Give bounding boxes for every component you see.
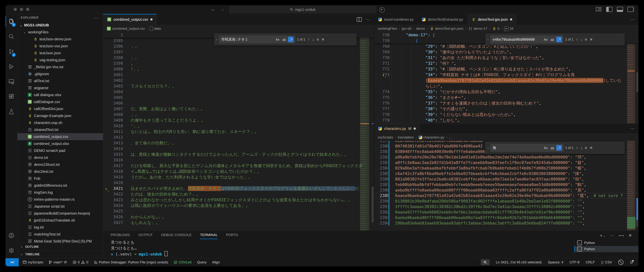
breadcrumb-item[interactable]: characters.py: [418, 135, 444, 139]
activity-bar-item-search[interactable]: [6, 29, 17, 44]
toggle-secondary-sidebar-icon[interactable]: [628, 7, 634, 12]
activity-bar-item-explorer[interactable]: 3: [6, 14, 17, 29]
file-item[interactable]: {}vag-testing.json: [18, 56, 103, 63]
find-in-selection-icon[interactable]: ≡: [317, 37, 319, 42]
file-item[interactable]: .gitignore: [18, 70, 103, 77]
tab-excel-combiner-py[interactable]: excel-combiner.py: [374, 14, 418, 25]
find-previous-icon[interactable]: ↑: [576, 37, 578, 42]
folder-workingfiles[interactable]: ⌄workingFiles: [18, 29, 103, 35]
panel-more-actions-icon[interactable]: ···: [610, 233, 614, 238]
file-item[interactable]: Rimhex-patterns-master.rs: [18, 196, 103, 203]
file-item[interactable]: combined_output.csv: [18, 133, 103, 140]
remote-indicator[interactable]: ><: [6, 258, 19, 266]
whole-word-icon[interactable]: ab: [550, 37, 555, 42]
explorer-more-actions-icon[interactable]: ···: [94, 15, 100, 20]
breadcrumb-item[interactable]: [ ]demo-17: [468, 26, 487, 31]
breadcrumb-item[interactable]: myScripts: [378, 135, 393, 139]
panel-tab-problems[interactable]: PROBLEMS: [110, 233, 130, 237]
close-find-icon[interactable]: ✕: [322, 37, 324, 42]
workspace-root-folder[interactable]: ⌄ MGS1-UNDUB: [18, 22, 103, 29]
whole-word-icon[interactable]: ab: [282, 37, 287, 42]
copilot-disabled-icon[interactable]: [618, 260, 624, 265]
close-panel-icon[interactable]: ✕: [628, 233, 632, 238]
breadcrumb-item[interactable]: combined_output.csv: [107, 26, 145, 31]
find-input[interactable]: 無 Aa ab .*: [490, 144, 564, 152]
align-indicator[interactable]: Align: [212, 260, 220, 264]
maximize-panel-icon[interactable]: ⌐¬: [619, 233, 624, 238]
editor-more-actions-icon[interactable]: ···: [630, 17, 634, 22]
activity-bar-item-remote-explorer[interactable]: [6, 74, 17, 89]
breadcrumb-item[interactable]: {}0: [492, 26, 500, 31]
file-item[interactable]: {}testJson.json: [18, 49, 103, 56]
find-expand-icon[interactable]: ›: [486, 146, 490, 150]
breadcrumb[interactable]: myScripts›translation›characters.py›...: [374, 134, 638, 141]
notifications-bell-icon[interactable]: [630, 261, 633, 264]
terminal-list-item[interactable]: >_Python: [574, 240, 638, 246]
terminal-list-item[interactable]: >_Python: [574, 246, 638, 252]
find-previous-icon[interactable]: ↑: [576, 146, 578, 150]
find-expand-icon[interactable]: ›: [214, 38, 219, 41]
file-item[interactable]: {}testJson-demo.json: [18, 35, 103, 42]
activity-bar-item-testing[interactable]: [6, 104, 17, 119]
whole-word-icon[interactable]: ab: [550, 145, 555, 151]
scrollbar[interactable]: [636, 32, 638, 123]
toggle-panel-icon[interactable]: [617, 7, 623, 12]
command-center-search[interactable]: mgs1-undub: [229, 6, 376, 13]
breadcrumb-item[interactable]: abc34: [504, 26, 514, 31]
file-item[interactable]: imgGen.log: [18, 189, 103, 196]
csv-editor[interactable]: 133953396」,33973398」,3399,3400!」,3401340…: [103, 32, 374, 230]
find-in-selection-icon[interactable]: ≡: [585, 37, 587, 42]
minimize-window-button[interactable]: [20, 8, 23, 11]
breadcrumb-item[interactable]: translation: [398, 135, 414, 139]
close-find-icon[interactable]: ✕: [590, 146, 593, 150]
indentation-indicator[interactable]: Spaces: 4: [548, 260, 564, 264]
find-expand-icon[interactable]: ›: [486, 38, 490, 41]
scrollbar[interactable]: [372, 32, 374, 230]
find-input[interactable]: 作戦直前.ナオミ Aa ab .*: [219, 35, 295, 43]
breadcrumb-item[interactable]: data: [150, 26, 161, 31]
csvlint-indicator[interactable]: CSVLint: [174, 260, 192, 264]
find-next-icon[interactable]: ↓: [312, 37, 314, 42]
breadcrumb-item[interactable]: jpn-d2: [402, 26, 412, 31]
find-next-icon[interactable]: ↓: [580, 37, 582, 42]
activity-bar-item-settings[interactable]: [6, 243, 17, 258]
file-item[interactable]: demo.txt: [18, 154, 103, 161]
file-item[interactable]: allText.txt: [18, 77, 103, 84]
file-item[interactable]: demo1Struct.txt: [18, 161, 103, 168]
file-item[interactable]: argparse: [18, 84, 103, 91]
file-item[interactable]: $jpnD1ExtractTranslate.sh: [18, 217, 103, 224]
minimap[interactable]: [627, 32, 637, 123]
find-next-icon[interactable]: ↓: [580, 146, 582, 150]
file-item[interactable]: cleanedText.txt: [18, 126, 103, 133]
terminal-prompt[interactable]: ❖ (.venv) ➜ mgs1-undub: [111, 251, 574, 257]
regex-icon[interactable]: .*: [288, 37, 294, 42]
timeline-section[interactable]: › TIMELINE: [18, 251, 103, 258]
encoding-indicator[interactable]: UTF-8: [570, 260, 580, 264]
language-mode-indicator[interactable]: {}CSV: [601, 260, 612, 264]
file-item[interactable]: _filelist jpn-Vox.txt: [18, 63, 103, 70]
breadcrumb[interactable]: combined_output.csv›data: [103, 25, 374, 32]
panel-tab-terminal[interactable]: TERMINAL: [200, 233, 218, 237]
find-previous-icon[interactable]: ↑: [308, 37, 310, 42]
scrollbar[interactable]: [636, 141, 638, 230]
panel-tab-output[interactable]: OUTPUT: [138, 233, 153, 237]
find-input[interactable]: e46e79babab96d000000 Aa ab .*: [490, 35, 564, 43]
activity-bar-item-run-debug[interactable]: [6, 59, 17, 74]
tab-characters-py[interactable]: characters.py M: [374, 123, 420, 134]
panel-tab-debug-console[interactable]: DEBUG CONSOLE: [161, 233, 192, 237]
file-item[interactable]: log.txt: [18, 224, 103, 231]
copilot-icon[interactable]: [379, 7, 385, 13]
minimap[interactable]: [360, 32, 372, 230]
file-item[interactable]: {}Carnage-Example.json: [18, 112, 103, 119]
eol-indicator[interactable]: CRLF: [586, 260, 595, 264]
file-item[interactable]: disc2test.txt: [18, 168, 103, 175]
file-item[interactable]: Japanese script.txt: [18, 203, 103, 210]
file-item[interactable]: Feb: [18, 175, 103, 182]
maximize-window-button[interactable]: [26, 8, 29, 11]
workspace-indicator[interactable]: myScripts: [23, 260, 43, 264]
back-arrow-icon[interactable]: ←: [211, 6, 215, 12]
query-indicator[interactable]: Query: [197, 260, 207, 264]
git-branch-indicator[interactable]: main* ⟳: [49, 260, 67, 265]
editor-more-actions-icon[interactable]: ···: [366, 17, 370, 22]
breadcrumb-item[interactable]: demo: [416, 26, 425, 31]
